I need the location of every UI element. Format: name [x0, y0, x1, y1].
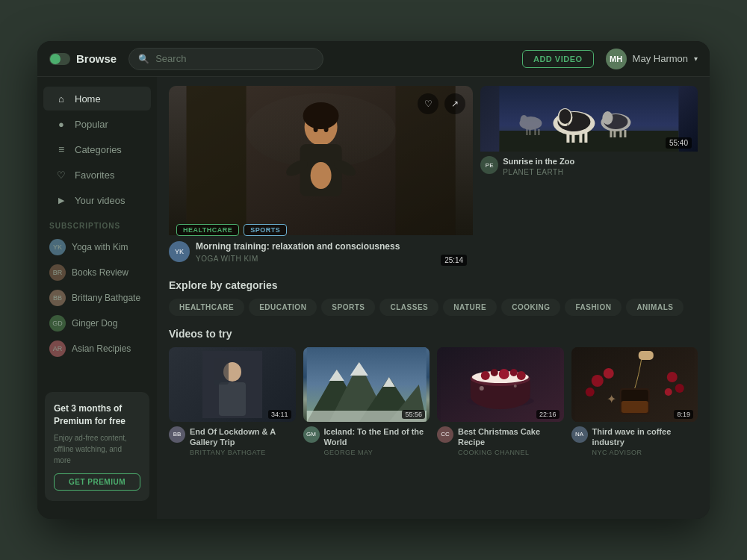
- subscription-label: Asian Recipies: [72, 343, 131, 354]
- video-tags: HEALTHCARE SPORTS: [176, 224, 287, 236]
- svg-point-10: [314, 126, 318, 132]
- svg-point-58: [491, 369, 498, 376]
- category-cooking[interactable]: COOKING: [501, 299, 560, 316]
- svg-rect-68: [621, 401, 648, 413]
- thumb-duration-3: 8:19: [674, 410, 693, 419]
- side-video-channel: PLANET EARTH: [503, 168, 574, 176]
- svg-rect-40: [219, 382, 246, 416]
- video-info: YK Morning training: relaxation and cons…: [169, 235, 473, 269]
- subscription-item[interactable]: BR Books Review: [37, 260, 157, 285]
- sidebar: ⌂ Home ● Popular ≡ Categories ♡ Favorite…: [37, 77, 157, 519]
- subscription-item[interactable]: BB Brittany Bathgate: [37, 285, 157, 311]
- logo-icon: [49, 53, 70, 65]
- like-button[interactable]: ♡: [418, 93, 438, 114]
- logo: Browse: [49, 52, 117, 65]
- side-video-0[interactable]: 55:40 PE Sunrise in the Zoo PLANET EARTH: [480, 86, 698, 269]
- videos-grid: 34:11 BB End Of Lockdown & A Gallery Tri…: [169, 347, 698, 457]
- search-bar[interactable]: 🔍 Search: [128, 48, 323, 70]
- category-education[interactable]: EDUCATION: [249, 299, 317, 316]
- share-button[interactable]: ↗: [444, 93, 465, 114]
- side-video-duration: 55:40: [666, 137, 692, 149]
- side-video-title: Sunrise in the Zoo: [503, 156, 574, 167]
- subscriptions-label: SUBSCRIPTIONS: [37, 213, 157, 234]
- video-card-info-0: BB End Of Lockdown & A Gallery Trip BRIT…: [169, 426, 296, 457]
- videos-to-try-title: Videos to try: [169, 328, 698, 340]
- video-card-1[interactable]: 55:56 GM Iceland: To the End of the Worl…: [303, 347, 430, 457]
- get-premium-button[interactable]: GET PREMIUM: [54, 473, 140, 491]
- featured-row: ♡ ↗ HEALTHCARE SPORTS 25:14 YK Morning t…: [169, 86, 698, 269]
- svg-rect-31: [624, 130, 627, 137]
- flame-icon: ●: [55, 118, 67, 130]
- sidebar-item-your-videos[interactable]: ▶ Your videos: [43, 188, 151, 212]
- add-video-button[interactable]: ADD VIDEO: [522, 50, 594, 68]
- card-meta-1: Iceland: To the End of the World GEORGE …: [324, 426, 430, 457]
- video-title: Morning training: relaxation and conscio…: [196, 241, 400, 253]
- subscription-avatar: BB: [49, 290, 66, 306]
- home-icon: ⌂: [55, 93, 67, 105]
- subscription-item[interactable]: YK Yoga with Kim: [37, 234, 157, 260]
- main-layout: ⌂ Home ● Popular ≡ Categories ♡ Favorite…: [37, 77, 710, 519]
- svg-point-59: [499, 369, 509, 379]
- subscription-label: Brittany Bathgate: [72, 293, 140, 303]
- subscription-avatar: GD: [49, 315, 66, 332]
- svg-point-5: [303, 102, 339, 129]
- svg-point-17: [560, 109, 571, 124]
- sidebar-item-popular[interactable]: ● Popular: [43, 112, 151, 136]
- video-thumb-0: 34:11: [169, 347, 296, 422]
- category-fashion[interactable]: FASHION: [565, 299, 622, 316]
- svg-rect-34: [527, 129, 528, 135]
- svg-rect-35: [530, 129, 531, 135]
- svg-point-63: [514, 385, 517, 388]
- featured-main-video[interactable]: ♡ ↗ HEALTHCARE SPORTS 25:14 YK Morning t…: [169, 86, 473, 269]
- video-channel: YOGA WITH KIM: [196, 255, 400, 263]
- video-duration: 25:14: [441, 255, 467, 266]
- svg-rect-23: [580, 132, 583, 143]
- sidebar-item-favorites[interactable]: ♡ Favorites: [43, 163, 151, 187]
- subscription-avatar: YK: [49, 239, 66, 255]
- svg-point-61: [517, 371, 526, 380]
- heart-icon: ♡: [55, 169, 67, 181]
- subscription-item[interactable]: AR Asian Recipies: [37, 336, 157, 361]
- card-meta-2: Best Christmas Cake Recipe COOKING CHANN…: [458, 426, 564, 457]
- card-avatar-2: CC: [437, 426, 453, 443]
- svg-point-33: [521, 115, 528, 125]
- video-card-0[interactable]: 34:11 BB End Of Lockdown & A Gallery Tri…: [169, 347, 296, 457]
- svg-point-62: [480, 386, 484, 391]
- videos-to-try-section: Videos to try: [169, 328, 698, 457]
- side-video-meta: Sunrise in the Zoo PLANET EARTH: [503, 156, 574, 176]
- category-nature[interactable]: NATURE: [443, 299, 497, 316]
- video-thumb-2: 22:16: [437, 347, 564, 422]
- video-actions: ♡ ↗: [418, 93, 465, 114]
- svg-rect-22: [572, 132, 575, 143]
- subscription-item[interactable]: GD Ginger Dog: [37, 311, 157, 336]
- svg-rect-1: [187, 86, 247, 235]
- svg-rect-36: [535, 129, 536, 135]
- svg-point-73: [675, 384, 684, 393]
- video-card-3[interactable]: ✦ 8:19 NA Third wave in coffee industry …: [571, 347, 698, 457]
- subscription-label: Books Review: [72, 267, 128, 278]
- card-title-0: End Of Lockdown & A Gallery Trip: [190, 426, 296, 448]
- category-animals[interactable]: ANIMALS: [626, 299, 684, 316]
- subscription-avatar: BR: [49, 264, 66, 281]
- categories-title: Explore by categories: [169, 279, 698, 291]
- premium-card: Get 3 months of Premium for free Enjoy a…: [45, 392, 149, 501]
- sidebar-item-categories[interactable]: ≡ Categories: [43, 137, 151, 161]
- tag-healthcare: HEALTHCARE: [176, 224, 239, 236]
- video-meta: Morning training: relaxation and conscio…: [196, 241, 400, 263]
- featured-side: 55:40 PE Sunrise in the Zoo PLANET EARTH: [480, 86, 698, 269]
- avatar: MH: [606, 49, 627, 69]
- user-menu[interactable]: MH May Harmon ▾: [606, 49, 698, 69]
- category-healthcare[interactable]: HEALTHCARE: [169, 299, 244, 316]
- channel-avatar: YK: [169, 241, 190, 262]
- video-card-2[interactable]: 22:16 CC Best Christmas Cake Recipe COOK…: [437, 347, 564, 457]
- video-card-info-1: GM Iceland: To the End of the World GEOR…: [303, 426, 430, 457]
- card-avatar-3: NA: [571, 426, 588, 443]
- tag-sports: SPORTS: [244, 224, 287, 236]
- svg-point-71: [585, 388, 594, 396]
- card-title-1: Iceland: To the End of the World: [324, 426, 430, 448]
- svg-text:✦: ✦: [606, 393, 616, 405]
- sidebar-item-label: Home: [75, 93, 101, 105]
- sidebar-item-home[interactable]: ⌂ Home: [43, 87, 151, 111]
- category-sports[interactable]: SPORTS: [321, 299, 375, 316]
- category-classes[interactable]: CLASSES: [379, 299, 438, 316]
